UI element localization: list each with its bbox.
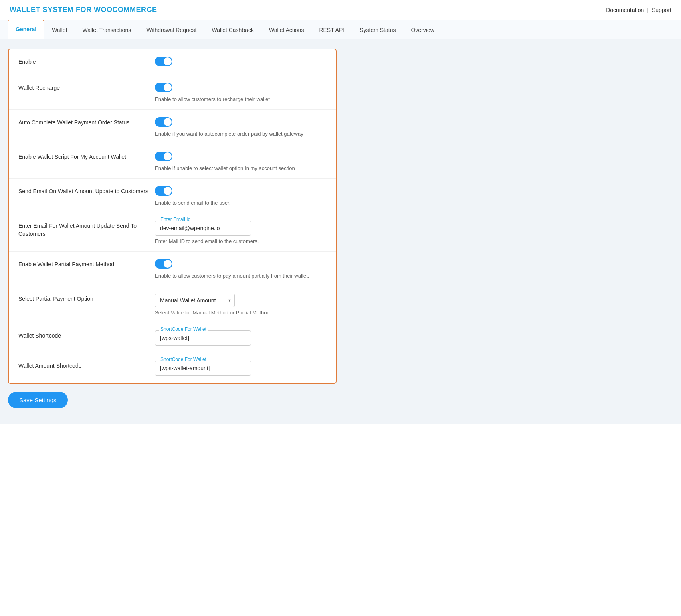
content-area: EnableWallet RechargeEnable to allow cus…: [0, 39, 681, 424]
email-input-email-input[interactable]: [155, 221, 251, 236]
nav-area: GeneralWalletWallet TransactionsWithdraw…: [0, 20, 681, 39]
tab-general[interactable]: General: [8, 20, 44, 39]
toggle-auto-complete[interactable]: [155, 117, 172, 127]
input-wrapper-wallet-shortcode: ShortCode For Wallet: [155, 330, 251, 346]
settings-row-wallet-amount-shortcode: Wallet Amount ShortcodeShortCode For Wal…: [9, 353, 336, 383]
settings-row-partial-payment: Enable Wallet Partial Payment MethodEnab…: [9, 252, 336, 286]
settings-row-enable: Enable: [9, 49, 336, 75]
description-partial-option: Select Value for Manual Method or Partia…: [155, 310, 326, 316]
toggle-partial-payment[interactable]: [155, 259, 172, 269]
documentation-link[interactable]: Documentation: [606, 7, 644, 13]
input-wrapper-email-input: Enter Email Id: [155, 221, 251, 236]
settings-control-email-input: Enter Email IdEnter Mail ID to send emai…: [155, 221, 326, 244]
header-links: Documentation | Support: [606, 7, 671, 13]
settings-control-wallet-recharge: Enable to allow customers to recharge th…: [155, 83, 326, 102]
settings-control-partial-payment: Enable to allow customers to pay amount …: [155, 259, 326, 279]
toggle-wallet-recharge[interactable]: [155, 83, 172, 92]
floating-label-wallet-amount-shortcode: ShortCode For Wallet: [159, 357, 208, 362]
settings-row-partial-option: Select Partial Payment OptionManual Wall…: [9, 286, 336, 323]
toggle-send-email[interactable]: [155, 186, 172, 196]
settings-label-partial-payment: Enable Wallet Partial Payment Method: [18, 259, 155, 269]
app-header: WALLET SYSTEM FOR WOOCOMMERCE Documentat…: [0, 0, 681, 20]
settings-control-wallet-amount-shortcode: ShortCode For Wallet: [155, 361, 326, 376]
shortcode-input-wallet-shortcode[interactable]: [155, 330, 251, 346]
shortcode-input-wallet-amount-shortcode[interactable]: [155, 361, 251, 376]
description-send-email: Enable to send email to the user.: [155, 200, 326, 206]
settings-row-send-email: Send Email On Wallet Amount Update to Cu…: [9, 179, 336, 213]
settings-row-wallet-recharge: Wallet RechargeEnable to allow customers…: [9, 75, 336, 110]
settings-row-wallet-shortcode: Wallet ShortcodeShortCode For Wallet: [9, 323, 336, 353]
tab-withdrawal-request[interactable]: Withdrawal Request: [139, 21, 204, 39]
app-logo: WALLET SYSTEM FOR WOOCOMMERCE: [10, 6, 157, 14]
settings-label-wallet-shortcode: Wallet Shortcode: [18, 330, 155, 340]
input-wrapper-wallet-amount-shortcode: ShortCode For Wallet: [155, 361, 251, 376]
settings-label-partial-option: Select Partial Payment Option: [18, 294, 155, 303]
settings-label-email-input: Enter Email For Wallet Amount Update Sen…: [18, 221, 155, 238]
save-settings-button[interactable]: Save Settings: [8, 392, 68, 408]
settings-control-auto-complete: Enable if you want to autocomplete order…: [155, 117, 326, 137]
select-wrapper-partial-option: Manual Wallet AmountPartial Method▾: [155, 294, 235, 307]
settings-row-email-input: Enter Email For Wallet Amount Update Sen…: [9, 213, 336, 252]
settings-panel: EnableWallet RechargeEnable to allow cus…: [8, 49, 337, 384]
tab-overview[interactable]: Overview: [403, 21, 442, 39]
header-divider: |: [647, 7, 649, 13]
settings-row-wallet-script: Enable Wallet Script For My Account Wall…: [9, 144, 336, 179]
settings-label-send-email: Send Email On Wallet Amount Update to Cu…: [18, 186, 155, 196]
settings-control-send-email: Enable to send email to the user.: [155, 186, 326, 206]
description-partial-payment: Enable to allow customers to pay amount …: [155, 273, 326, 279]
toggle-enable[interactable]: [155, 57, 172, 66]
toggle-wallet-script[interactable]: [155, 152, 172, 161]
settings-label-enable: Enable: [18, 57, 155, 66]
tab-rest-api[interactable]: REST API: [311, 21, 352, 39]
support-link[interactable]: Support: [652, 7, 671, 13]
select-partial-option[interactable]: Manual Wallet AmountPartial Method: [155, 294, 235, 307]
tab-wallet-cashback[interactable]: Wallet Cashback: [204, 21, 261, 39]
settings-label-wallet-script: Enable Wallet Script For My Account Wall…: [18, 152, 155, 161]
tab-wallet-transactions[interactable]: Wallet Transactions: [75, 21, 139, 39]
tab-system-status[interactable]: System Status: [352, 21, 403, 39]
description-auto-complete: Enable if you want to autocomplete order…: [155, 131, 326, 137]
tab-wallet-actions[interactable]: Wallet Actions: [261, 21, 311, 39]
settings-row-auto-complete: Auto Complete Wallet Payment Order Statu…: [9, 110, 336, 144]
floating-label-wallet-shortcode: ShortCode For Wallet: [159, 326, 208, 332]
settings-label-wallet-amount-shortcode: Wallet Amount Shortcode: [18, 361, 155, 370]
floating-label-email-input: Enter Email Id: [159, 217, 192, 222]
description-wallet-recharge: Enable to allow customers to recharge th…: [155, 96, 326, 102]
settings-control-partial-option: Manual Wallet AmountPartial Method▾Selec…: [155, 294, 326, 316]
settings-control-enable: [155, 57, 326, 68]
description-email-input: Enter Mail ID to send email to the custo…: [155, 238, 326, 244]
description-wallet-script: Enable if unable to select wallet option…: [155, 165, 326, 171]
settings-label-wallet-recharge: Wallet Recharge: [18, 83, 155, 92]
settings-label-auto-complete: Auto Complete Wallet Payment Order Statu…: [18, 117, 155, 127]
tab-wallet[interactable]: Wallet: [44, 21, 75, 39]
nav-tabs: GeneralWalletWallet TransactionsWithdraw…: [8, 20, 673, 38]
settings-control-wallet-script: Enable if unable to select wallet option…: [155, 152, 326, 171]
settings-control-wallet-shortcode: ShortCode For Wallet: [155, 330, 326, 346]
